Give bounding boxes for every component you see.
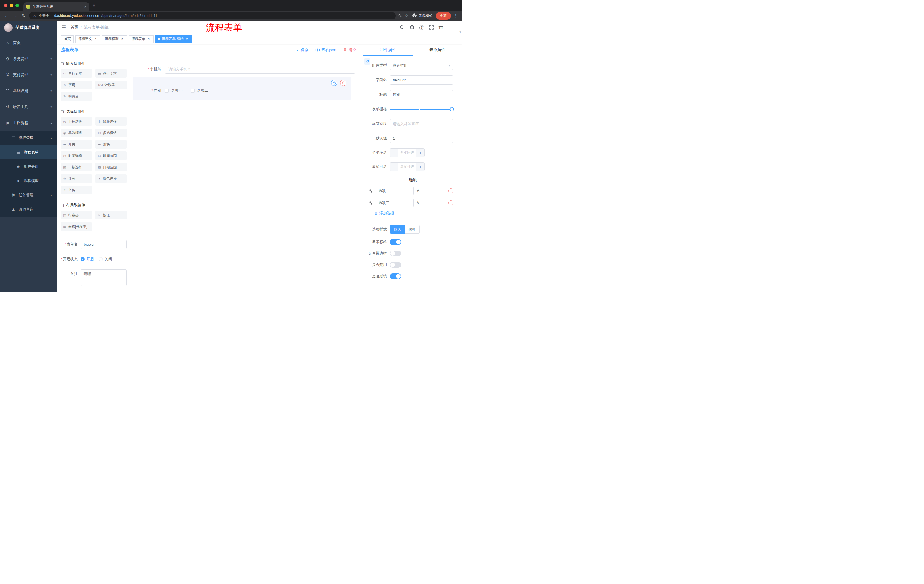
status-off-radio[interactable]: 关闭 (99, 257, 112, 262)
component-time-range[interactable]: ◶时间范围 (96, 151, 127, 160)
help-icon[interactable]: ? (419, 25, 424, 30)
sidebar-item-devtools[interactable]: ⚒ 研发工具 ▾ (0, 99, 57, 115)
delete-widget-button[interactable] (340, 80, 346, 86)
user-avatar[interactable]: ▾ (448, 23, 457, 32)
sidebar-item-leave-query[interactable]: ♟ 请假查询 (0, 202, 57, 217)
component-rate[interactable]: ☆评分 (61, 174, 92, 183)
form-name-input[interactable] (81, 240, 127, 249)
link-icon[interactable] (364, 58, 370, 64)
style-button-button[interactable]: 按钮 (405, 225, 420, 234)
decrease-button[interactable]: − (390, 163, 398, 171)
min-select-value[interactable]: 至少应选 (398, 148, 416, 156)
tab-form-props[interactable]: 表单属性 (413, 44, 462, 56)
title-input[interactable] (390, 90, 453, 99)
sidebar-item-task-management[interactable]: ⚑ 任务管理 ▾ (0, 188, 57, 202)
tag-process-form[interactable]: 流程表单 × (129, 35, 153, 43)
gender-option2-checkbox[interactable]: 选项二 (191, 88, 209, 93)
component-date-range[interactable]: ▨日期范围 (96, 163, 127, 171)
update-button[interactable]: 更新 (436, 12, 451, 20)
component-switch[interactable]: ⊶开关 (61, 140, 92, 148)
component-single-line-text[interactable]: ▭单行文本 (61, 69, 92, 78)
tag-process-form-edit[interactable]: 流程表单-编辑 × (155, 35, 192, 43)
address-bar[interactable]: ⚠ 不安全 dashboard.yudao.iocoder.cn/bpm/man… (29, 12, 396, 20)
max-select-value[interactable]: 最多可选 (398, 163, 416, 171)
form-grid-slider[interactable] (390, 105, 453, 114)
sidebar-item-payment[interactable]: ¥ 支付管理 ▾ (0, 67, 57, 83)
label-width-input[interactable] (390, 119, 453, 128)
close-icon[interactable]: × (94, 37, 97, 41)
bookmark-star-icon[interactable]: ☆ (404, 13, 408, 18)
default-value-input[interactable] (390, 134, 453, 143)
option2-value-input[interactable] (413, 199, 444, 207)
close-icon[interactable]: × (185, 37, 189, 41)
status-on-radio[interactable]: 开启 (81, 257, 94, 262)
sidebar-item-process-management[interactable]: ☰ 流程管理 ▴ (0, 131, 57, 145)
show-label-switch[interactable] (390, 239, 401, 245)
menu-kebab-icon[interactable]: ⋮ (453, 13, 459, 18)
component-checkbox-group[interactable]: ☑多选框组 (96, 128, 127, 137)
component-counter[interactable]: 123计数器 (96, 81, 127, 89)
window-minimize-button[interactable] (10, 4, 13, 7)
clear-button[interactable]: 清空 (343, 48, 356, 53)
increase-button[interactable]: + (416, 163, 424, 171)
sidebar-item-home[interactable]: ⌂ 首页 (0, 35, 57, 51)
window-close-button[interactable] (4, 4, 7, 7)
option1-value-input[interactable] (413, 187, 444, 195)
github-icon[interactable] (409, 25, 414, 30)
tab-close-icon[interactable]: × (84, 5, 86, 9)
tag-process-model[interactable]: 流程模型 × (102, 35, 127, 43)
component-upload[interactable]: ↥上传 (61, 186, 92, 194)
browser-tab[interactable]: 芋道管理系统 × (23, 2, 89, 11)
font-size-icon[interactable]: TT (439, 25, 443, 30)
back-icon[interactable]: ← (3, 13, 10, 18)
remove-option-button[interactable]: − (448, 188, 454, 193)
component-row-container[interactable]: ◫行容器 (61, 211, 92, 219)
option2-name-input[interactable] (376, 199, 409, 207)
password-key-icon[interactable] (398, 14, 402, 18)
decrease-button[interactable]: − (390, 148, 398, 156)
copy-widget-button[interactable] (331, 80, 337, 86)
selected-gender-widget[interactable]: *性别 选项一 选项二 (133, 77, 350, 100)
forward-icon[interactable]: → (12, 13, 18, 18)
component-radio-group[interactable]: ◉单选框组 (61, 128, 92, 137)
component-color-picker[interactable]: ◑颜色选择 (96, 174, 127, 183)
component-time-picker[interactable]: ◷时间选择 (61, 151, 92, 160)
component-slider[interactable]: ⊸滑块 (96, 140, 127, 148)
remove-option-button[interactable]: − (448, 200, 454, 206)
hamburger-icon[interactable]: ☰ (62, 25, 66, 31)
breadcrumb-home[interactable]: 首页 (71, 25, 78, 30)
sidebar-item-infrastructure[interactable]: ☷ 基础设施 ▾ (0, 83, 57, 99)
component-select[interactable]: ◎下拉选择 (61, 117, 92, 126)
drag-handle-icon[interactable] (368, 201, 373, 205)
search-icon[interactable] (400, 25, 404, 30)
close-icon[interactable]: × (120, 37, 124, 41)
required-switch[interactable] (390, 273, 401, 279)
drag-handle-icon[interactable] (368, 189, 373, 193)
save-button[interactable]: ✓ 保存 (296, 48, 309, 53)
disabled-switch[interactable] (390, 262, 401, 268)
field-name-input[interactable] (390, 76, 453, 85)
border-switch[interactable] (390, 250, 401, 256)
form-remark-textarea[interactable]: 嘿嘿 (81, 270, 127, 286)
tab-component-props[interactable]: 组件属性 (363, 44, 413, 56)
sidebar-item-workflow[interactable]: ▣ 工作流程 ▴ (0, 115, 57, 131)
component-button[interactable]: ☞按钮 (96, 211, 127, 219)
increase-button[interactable]: + (416, 148, 424, 156)
add-option-button[interactable]: ⊕ 添加选项 (374, 211, 462, 216)
tag-home[interactable]: 首页 (61, 35, 74, 43)
sidebar-item-system[interactable]: ⚙ 系统管理 ▾ (0, 51, 57, 67)
slider-knob[interactable] (450, 107, 454, 112)
component-multi-line-text[interactable]: ▤多行文本 (96, 69, 127, 78)
component-type-select[interactable]: 多选框组 ▾ (390, 61, 453, 70)
gender-option1-checkbox[interactable]: 选项一 (165, 88, 183, 93)
component-cascader[interactable]: ⋔级联选择 (96, 117, 127, 126)
component-editor[interactable]: ✎编辑器 (61, 92, 92, 100)
component-date-picker[interactable]: ▧日期选择 (61, 163, 92, 171)
window-zoom-button[interactable] (15, 4, 19, 7)
close-icon[interactable]: × (147, 37, 151, 41)
fullscreen-icon[interactable] (429, 25, 434, 30)
new-tab-button[interactable]: + (92, 3, 96, 8)
phone-input[interactable] (165, 64, 355, 74)
option1-name-input[interactable] (376, 187, 409, 195)
sidebar-item-process-model[interactable]: ➤ 流程模型 (0, 174, 57, 188)
